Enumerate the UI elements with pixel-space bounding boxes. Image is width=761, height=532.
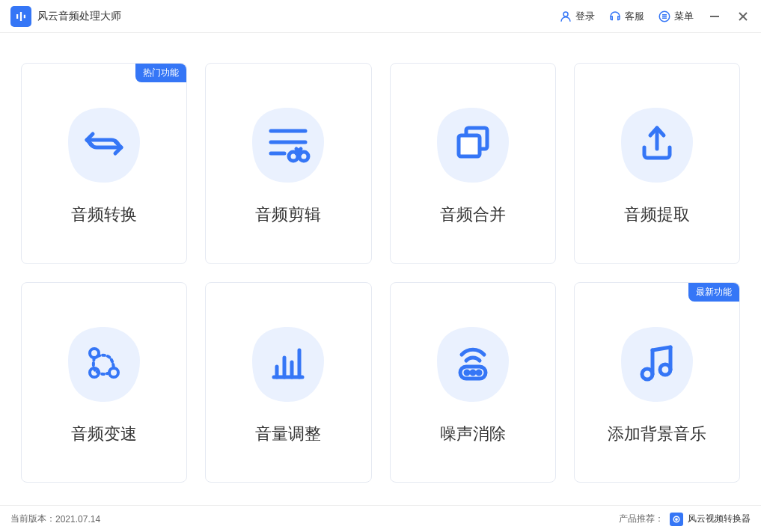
close-button[interactable] (736, 9, 751, 24)
music-icon (631, 337, 683, 392)
card-audio-merge[interactable]: 音频合并 (390, 63, 556, 264)
recommend-label: 产品推荐： (619, 513, 664, 525)
card-audio-convert[interactable]: 热门功能 音频转换 (21, 63, 187, 264)
recommend-product-link[interactable]: 风云视频转换器 (670, 513, 751, 526)
app-logo-icon (10, 6, 31, 27)
svg-line-37 (652, 347, 670, 350)
svg-point-31 (471, 371, 474, 374)
support-label: 客服 (625, 10, 644, 23)
card-label: 音频转换 (71, 204, 137, 226)
card-label: 噪声消除 (440, 423, 506, 445)
volume-icon (262, 337, 314, 392)
extract-icon (631, 117, 683, 173)
menu-button[interactable]: 菜单 (658, 10, 694, 23)
statusbar: 当前版本： 2021.07.14 产品推荐： 风云视频转换器 (0, 505, 761, 532)
card-noise-remove[interactable]: 噪声消除 (390, 282, 556, 483)
svg-point-39 (676, 518, 677, 519)
card-label: 音频剪辑 (255, 204, 321, 226)
minimize-button[interactable] (707, 9, 722, 24)
titlebar: 风云音频处理大师 登录 客服 菜单 (0, 0, 761, 33)
menu-label: 菜单 (674, 10, 694, 23)
recommend-icon (670, 513, 683, 526)
card-label: 音频变速 (71, 423, 137, 445)
svg-point-30 (465, 371, 468, 374)
svg-rect-1 (20, 12, 22, 21)
hot-badge: 热门功能 (135, 64, 186, 82)
login-label: 登录 (575, 10, 595, 23)
card-label: 音量调整 (255, 423, 321, 445)
main-content: 热门功能 音频转换 (0, 33, 761, 505)
merge-icon (447, 117, 499, 173)
card-label: 音频提取 (624, 204, 690, 226)
svg-rect-0 (16, 14, 18, 19)
recommend-product-name: 风云视频转换器 (688, 513, 751, 525)
card-audio-extract[interactable]: 音频提取 (574, 63, 740, 264)
card-audio-edit[interactable]: 音频剪辑 (205, 63, 371, 264)
edit-icon (262, 117, 314, 173)
version-label: 当前版本： (10, 513, 55, 525)
card-label: 音频合并 (440, 204, 506, 226)
login-button[interactable]: 登录 (559, 10, 595, 23)
card-add-bgm[interactable]: 最新功能 添加背景音乐 (574, 282, 740, 483)
card-audio-speed[interactable]: 音频变速 (21, 282, 187, 483)
svg-rect-2 (24, 14, 25, 18)
card-volume-adjust[interactable]: 音量调整 (205, 282, 371, 483)
version-value: 2021.07.14 (55, 514, 100, 525)
card-label: 添加背景音乐 (608, 423, 706, 445)
noise-icon (447, 337, 499, 392)
app-title: 风云音频处理大师 (37, 10, 121, 23)
speed-icon (78, 337, 130, 392)
svg-rect-19 (459, 135, 480, 156)
svg-point-32 (477, 371, 480, 374)
convert-icon (78, 117, 130, 173)
support-button[interactable]: 客服 (608, 10, 644, 23)
svg-point-3 (563, 12, 568, 16)
new-badge: 最新功能 (688, 283, 739, 302)
